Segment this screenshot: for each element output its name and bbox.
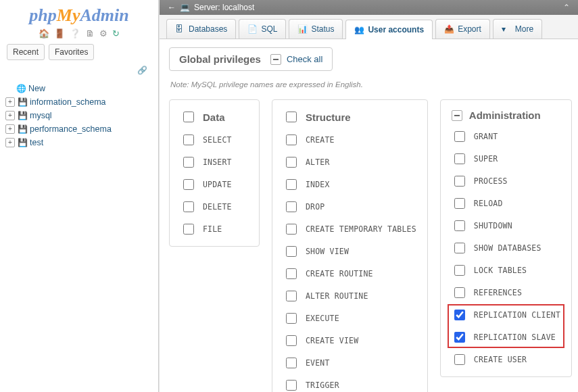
docs-icon[interactable]: ❔ (70, 28, 80, 39)
tree-db[interactable]: +💾information_schema (4, 95, 154, 109)
privilege-item[interactable]: PROCESS (452, 174, 560, 189)
privilege-item[interactable]: ALTER ROUTINE (283, 289, 416, 303)
privilege-item[interactable]: LOCK TABLES (452, 263, 560, 278)
privilege-checkbox[interactable] (454, 354, 465, 365)
privilege-item[interactable]: ALTER (283, 155, 416, 170)
server-bar: ← 💻 Server: localhost ⌃ (160, 0, 578, 15)
home-icon[interactable]: 🏠 (39, 28, 49, 39)
privilege-checkbox[interactable] (286, 246, 297, 257)
db-tree: 🌐 New +💾information_schema+💾mysql+💾perfo… (0, 78, 158, 153)
tree-db[interactable]: +💾mysql (4, 109, 154, 122)
tree-db-label: mysql (30, 111, 52, 120)
logout-icon[interactable]: 🚪 (54, 28, 65, 39)
privilege-checkbox[interactable] (286, 313, 297, 324)
sql-icon[interactable]: 🗎 (86, 28, 95, 39)
check-all-link[interactable]: Check all (287, 54, 322, 64)
privilege-checkbox[interactable] (454, 131, 465, 142)
global-privileges-title: Global privileges (179, 53, 261, 65)
data-group-checkbox[interactable] (183, 112, 194, 122)
privilege-checkbox[interactable] (454, 220, 465, 231)
privilege-item[interactable]: CREATE USER (452, 352, 560, 367)
privilege-item[interactable]: SHOW VIEW (283, 244, 416, 259)
privilege-item[interactable]: GRANT (452, 129, 560, 144)
link-icon[interactable]: 🔗 (0, 66, 158, 78)
privilege-checkbox[interactable] (183, 157, 194, 168)
privilege-item[interactable]: CREATE TEMPORARY TABLES (283, 222, 416, 237)
privilege-checkbox[interactable] (183, 134, 194, 145)
structure-group-checkbox[interactable] (286, 112, 297, 122)
privilege-checkbox[interactable] (286, 224, 297, 235)
db-icon: 💾 (18, 97, 27, 107)
favorites-button[interactable]: Favorites (49, 44, 94, 60)
gear-icon[interactable]: ⚙ (99, 28, 107, 39)
privilege-checkbox[interactable] (286, 291, 297, 301)
privilege-checkbox[interactable] (183, 201, 194, 212)
privilege-checkbox[interactable] (286, 134, 297, 145)
privilege-checkbox[interactable] (286, 179, 297, 190)
expand-icon[interactable]: + (5, 124, 15, 134)
tree-db[interactable]: +💾performance_schema (4, 122, 154, 136)
privilege-checkbox[interactable] (454, 243, 465, 253)
privilege-label: SELECT (203, 135, 232, 145)
tab-more[interactable]: ▾More (493, 19, 542, 39)
privilege-checkbox[interactable] (183, 179, 194, 190)
privilege-checkbox[interactable] (454, 287, 465, 298)
admin-group-checkbox[interactable] (452, 110, 462, 121)
privilege-item[interactable]: DELETE (180, 199, 248, 214)
privilege-item[interactable]: SELECT (180, 132, 248, 147)
privilege-label: PROCESS (474, 176, 508, 186)
tab-databases[interactable]: 🗄Databases (166, 19, 236, 39)
tab-label: Status (311, 24, 334, 34)
tab-status[interactable]: 📊Status (289, 19, 343, 39)
tab-sql[interactable]: 📄SQL (239, 19, 286, 39)
privilege-item[interactable]: CREATE (283, 132, 416, 147)
privilege-checkbox[interactable] (454, 198, 465, 209)
privilege-item[interactable]: REPLICATION SLAVE (452, 330, 560, 345)
tree-db[interactable]: +💾test (4, 136, 154, 149)
tab-users[interactable]: 👥User accounts (345, 20, 433, 39)
privilege-item[interactable]: DROP (283, 199, 416, 214)
recent-button[interactable]: Recent (7, 44, 45, 60)
privilege-checkbox[interactable] (183, 224, 194, 235)
collapse-nav-icon[interactable]: ← (168, 3, 176, 12)
tree-new[interactable]: 🌐 New (4, 82, 154, 95)
privilege-checkbox[interactable] (454, 310, 465, 320)
privilege-item[interactable]: TRIGGER (283, 378, 416, 392)
expand-icon[interactable]: + (5, 97, 15, 107)
privilege-checkbox[interactable] (286, 358, 297, 368)
privilege-checkbox[interactable] (286, 201, 297, 212)
reload-icon[interactable]: ↻ (112, 28, 120, 39)
privilege-item[interactable]: CREATE ROUTINE (283, 266, 416, 281)
privilege-item[interactable]: INSERT (180, 155, 248, 170)
privilege-item[interactable]: CREATE VIEW (283, 333, 416, 348)
logo[interactable]: phpMyAdmin (0, 0, 158, 28)
expand-icon[interactable]: + (5, 111, 15, 120)
privilege-item[interactable]: EXECUTE (283, 311, 416, 326)
privilege-item[interactable]: REFERENCES (452, 285, 560, 300)
collapse-icon[interactable]: ⌃ (563, 3, 570, 12)
tab-export[interactable]: 📤Export (435, 19, 490, 39)
privilege-item[interactable]: SHOW DATABASES (452, 241, 560, 255)
privilege-checkbox[interactable] (454, 332, 465, 343)
privilege-item[interactable]: RELOAD (452, 196, 560, 211)
privilege-checkbox[interactable] (286, 335, 297, 346)
privilege-item[interactable]: FILE (180, 222, 248, 237)
new-db-icon: 🌐 (16, 84, 26, 93)
privilege-item[interactable]: EVENT (283, 356, 416, 370)
privilege-checkbox[interactable] (454, 153, 465, 164)
privilege-checkbox[interactable] (454, 176, 465, 187)
check-all-checkbox[interactable] (270, 54, 281, 65)
privilege-item[interactable]: INDEX (283, 177, 416, 192)
server-label: Server: localhost (194, 3, 254, 12)
privilege-label: UPDATE (203, 180, 232, 189)
privilege-item[interactable]: SHUTDOWN (452, 218, 560, 233)
privilege-item[interactable]: REPLICATION CLIENT (452, 308, 560, 322)
privilege-checkbox[interactable] (286, 157, 297, 168)
privilege-item[interactable]: SUPER (452, 151, 560, 166)
privilege-item[interactable]: UPDATE (180, 177, 248, 192)
privilege-checkbox[interactable] (286, 380, 297, 391)
expand-icon[interactable]: + (5, 138, 15, 147)
panel-structure: Structure CREATEALTERINDEXDROPCREATE TEM… (272, 99, 428, 392)
privilege-checkbox[interactable] (286, 268, 297, 279)
privilege-checkbox[interactable] (454, 265, 465, 276)
